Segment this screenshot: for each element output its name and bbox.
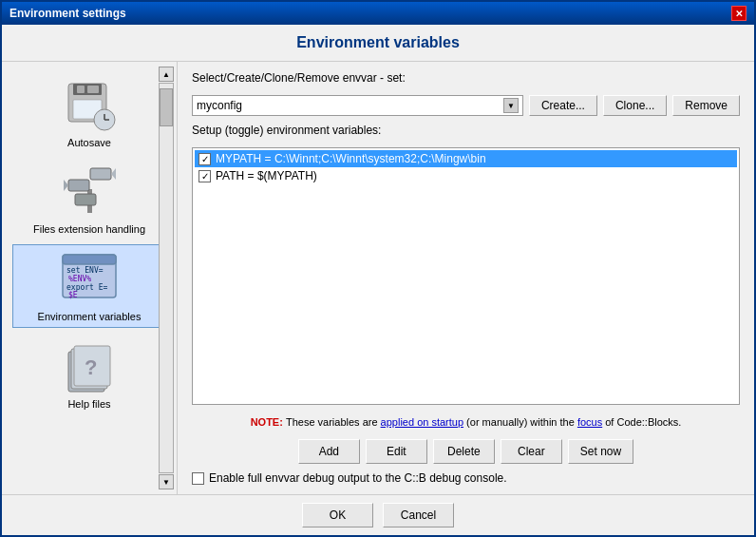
svg-text:set ENV=: set ENV=	[66, 266, 104, 275]
dialog-footer: OK Cancel	[2, 494, 754, 535]
envvar-set-dropdown[interactable]: myconfig ▼	[192, 95, 523, 116]
svg-marker-12	[111, 168, 116, 180]
sidebar: ▲	[2, 62, 178, 494]
help-icon-area: ?	[61, 337, 118, 394]
sidebar-scroll-up[interactable]: ▲	[159, 67, 174, 82]
vars-list[interactable]: MYPATH = C:\Winnt;C:\Winnt\system32;C:\M…	[192, 147, 740, 405]
sidebar-scrollbar-thumb[interactable]	[160, 88, 173, 126]
sidebar-scroll-down[interactable]: ▼	[159, 474, 174, 489]
clear-button[interactable]: Clear	[501, 439, 562, 464]
var-checkbox-path[interactable]	[198, 170, 211, 182]
help-files-icon: ?	[64, 340, 116, 393]
remove-button[interactable]: Remove	[672, 95, 740, 116]
dialog-header: Environment variables	[2, 25, 754, 62]
add-button[interactable]: Add	[298, 439, 360, 464]
content-area: ▲	[2, 62, 754, 494]
svg-rect-9	[68, 180, 89, 191]
var-checkbox-mypath[interactable]	[198, 153, 211, 165]
main-panel: Select/Create/Clone/Remove envvar - set:…	[178, 62, 754, 494]
svg-rect-15	[63, 255, 116, 264]
files-icon-area	[61, 163, 118, 220]
environment-settings-window: Environment settings ✕ Environment varia…	[0, 0, 756, 537]
svg-rect-3	[87, 86, 99, 93]
files-extension-icon	[64, 161, 116, 222]
ok-button[interactable]: OK	[302, 503, 373, 527]
svg-rect-2	[77, 86, 85, 93]
sidebar-item-help-files[interactable]: ? Help files	[12, 333, 166, 414]
svg-rect-13	[75, 194, 96, 205]
autosave-label: Autosave	[67, 137, 111, 148]
var-text-path: PATH = $(MYPATH)	[216, 169, 317, 182]
debug-checkbox-row: Enable full envvar debug output to the C…	[192, 471, 740, 485]
files-extension-label: Files extension handling	[33, 223, 145, 235]
sidebar-item-autosave[interactable]: Autosave	[12, 71, 166, 153]
env-vars-label: Environment variables	[38, 311, 142, 322]
autosave-icon	[64, 79, 116, 131]
set-now-button[interactable]: Set now	[568, 439, 633, 464]
svg-marker-10	[64, 180, 68, 191]
window-title: Environment settings	[9, 7, 126, 20]
debug-checkbox-label: Enable full envvar debug output to the C…	[209, 471, 507, 485]
dropdown-row: myconfig ▼ Create... Clone... Remove	[192, 95, 740, 116]
var-text-mypath: MYPATH = C:\Winnt;C:\Winnt\system32;C:\M…	[216, 152, 486, 165]
close-button[interactable]: ✕	[731, 6, 747, 21]
sidebar-item-files-extension[interactable]: Files extension handling	[12, 158, 166, 240]
env-vars-icon: set ENV= %ENV% export E= $E	[61, 250, 118, 307]
svg-text:$E: $E	[68, 291, 78, 299]
sidebar-scrollbar-track[interactable]	[159, 83, 174, 473]
delete-button[interactable]: Delete	[433, 439, 495, 464]
action-buttons-row: Add Edit Delete Clear Set now	[192, 439, 740, 464]
cancel-button[interactable]: Cancel	[383, 503, 454, 527]
var-item-path[interactable]: PATH = $(MYPATH)	[195, 167, 737, 184]
svg-text:%ENV%: %ENV%	[68, 275, 91, 283]
clone-button[interactable]: Clone...	[603, 95, 667, 116]
vars-list-inner: MYPATH = C:\Winnt;C:\Winnt\system32;C:\M…	[193, 148, 739, 186]
dropdown-arrow-icon[interactable]: ▼	[503, 98, 519, 113]
autosave-icon-area	[61, 76, 118, 133]
svg-text:?: ?	[85, 355, 97, 379]
svg-rect-11	[90, 168, 111, 180]
help-files-label: Help files	[67, 398, 110, 410]
sidebar-item-env-vars[interactable]: set ENV= %ENV% export E= $E Environment …	[12, 244, 166, 328]
sidebar-items: Autosave	[12, 67, 166, 419]
vars-section-label: Setup (toggle) environment variables:	[192, 124, 740, 137]
note-text: NOTE: These variables are applied on sta…	[192, 412, 740, 432]
title-bar: Environment settings ✕	[2, 2, 754, 25]
debug-checkbox[interactable]	[192, 472, 204, 485]
env-icon-area: set ENV= %ENV% export E= $E	[61, 250, 118, 307]
var-item-mypath[interactable]: MYPATH = C:\Winnt;C:\Winnt\system32;C:\M…	[195, 150, 737, 167]
edit-button[interactable]: Edit	[366, 439, 427, 464]
dropdown-label: Select/Create/Clone/Remove envvar - set:	[192, 71, 740, 85]
create-button[interactable]: Create...	[529, 95, 597, 116]
